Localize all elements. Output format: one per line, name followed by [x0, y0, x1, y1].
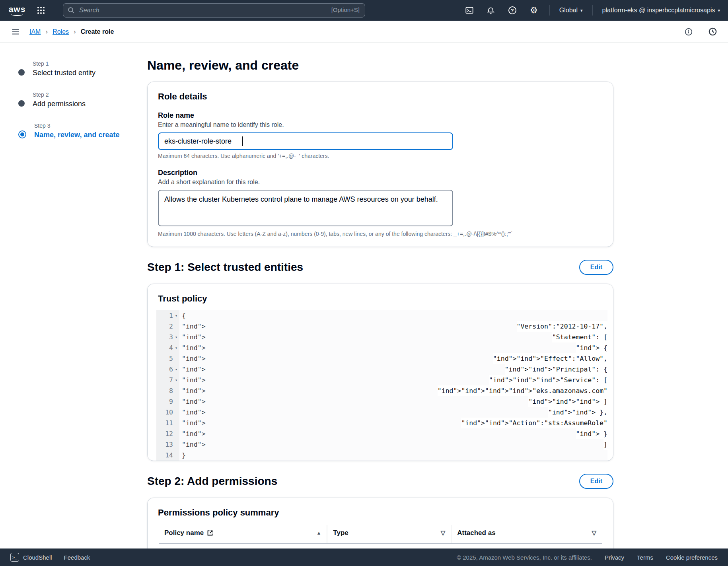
filter-icon[interactable]: ▽	[441, 529, 446, 537]
notifications-bell-icon[interactable]	[485, 4, 497, 16]
trust-policy-card: Trust policy 1 ▾ { 2 "ind"> "Version": "…	[147, 284, 613, 461]
fold-toggle-icon[interactable]: ▾	[173, 332, 179, 342]
cloudshell-terminal-icon: >_	[10, 553, 19, 562]
code-line: 10 "ind"> "ind"> "ind"> },	[156, 407, 607, 418]
line-number: 13	[156, 439, 173, 450]
menu-hamburger-icon[interactable]	[10, 26, 21, 38]
line-number: 1	[156, 310, 173, 321]
footer-link-privacy[interactable]: Privacy	[605, 554, 624, 561]
role-name-label: Role name	[158, 111, 603, 120]
fold-toggle-icon[interactable]: ▾	[173, 364, 179, 375]
step-bullet-icon	[18, 130, 26, 138]
caret-down-icon: ▾	[580, 8, 583, 13]
edit-trusted-entities-button[interactable]: Edit	[579, 260, 613, 275]
line-number: 11	[156, 418, 173, 428]
line-number: 2	[156, 321, 173, 332]
fold-toggle-icon[interactable]: ▾	[173, 310, 179, 321]
fold-toggle-icon[interactable]: ▾	[173, 342, 179, 353]
sort-ascending-icon[interactable]: ▲	[316, 530, 321, 536]
code-line: 11 "ind"> "ind"> "ind"> "Action": "sts:A…	[156, 418, 607, 428]
divider	[549, 5, 550, 16]
code-line: 8 "ind"> "ind"> "ind"> "ind"> "ind"> "ek…	[156, 385, 607, 396]
breadcrumb-separator-icon: ›	[74, 28, 76, 36]
account-menu[interactable]: platform-eks @ insperbccplatmicrosapis ▾	[602, 7, 720, 14]
step-number: Step 2	[33, 91, 86, 98]
external-link-icon	[207, 530, 213, 536]
aws-logo[interactable]: aws	[8, 5, 26, 16]
global-search: [Option+S]	[63, 3, 365, 18]
help-icon[interactable]: ?	[506, 4, 518, 16]
code-line: 6 ▾ "ind"> "ind"> "ind"> "Principal": {	[156, 364, 607, 375]
step-label: Add permissions	[33, 100, 86, 108]
breadcrumb-separator-icon: ›	[45, 28, 48, 36]
role-details-card: Role details Role name Enter a meaningfu…	[147, 82, 613, 247]
app-grid-icon[interactable]	[35, 4, 47, 16]
step-bullet-icon	[18, 69, 25, 76]
card-title: Role details	[158, 91, 603, 102]
cloudshell-terminal-icon[interactable]	[463, 4, 475, 16]
step-item-step-2[interactable]: Step 2 Add permissions	[18, 91, 147, 108]
wizard-steps-nav: Step 1 Select trusted entity Step 2 Add …	[0, 43, 147, 566]
aws-topbar: aws [Option+S]	[0, 0, 728, 21]
card-title: Trust policy	[158, 294, 603, 304]
code-line: 1 ▾ {	[156, 310, 607, 321]
text-caret	[242, 136, 243, 146]
column-header-attached-as[interactable]: Attached as▽	[451, 525, 602, 544]
line-number: 6	[156, 364, 173, 375]
code-line: 5 "ind"> "ind"> "ind"> "Effect": "Allow"…	[156, 353, 607, 364]
breadcrumb-item-create-role: Create role	[81, 28, 114, 35]
code-line: 14 }	[156, 450, 607, 461]
line-number: 12	[156, 428, 173, 439]
filter-icon[interactable]: ▽	[592, 529, 596, 537]
settings-gear-icon[interactable]: ⚙	[528, 4, 540, 16]
line-number: 3	[156, 332, 173, 342]
code-line: 7 ▾ "ind"> "ind"> "ind"> "ind"> "Service…	[156, 375, 607, 385]
trust-policy-code-editor[interactable]: 1 ▾ { 2 "ind"> "Version": "2012-10-17", …	[156, 310, 607, 461]
line-number: 10	[156, 407, 173, 418]
footer-link-terms[interactable]: Terms	[637, 554, 653, 561]
console-footer: >_ CloudShell Feedback © 2025, Amazon We…	[0, 548, 728, 566]
column-header-policy-name[interactable]: Policy name ▲	[159, 525, 327, 544]
code-line: 3 ▾ "ind"> "Statement": [	[156, 332, 607, 342]
code-line: 12 "ind"> "ind"> }	[156, 428, 607, 439]
card-title: Permissions policy summary	[158, 508, 603, 518]
description-label: Description	[158, 169, 603, 177]
info-icon[interactable]	[683, 26, 695, 38]
caret-down-icon: ▾	[718, 8, 720, 13]
page-title: Name, review, and create	[147, 58, 613, 73]
role-name-description: Enter a meaningful name to identify this…	[158, 121, 603, 128]
region-selector[interactable]: Global ▾	[559, 7, 583, 14]
breadcrumb-item-iam[interactable]: IAM	[29, 28, 41, 35]
step-label: Name, review, and create	[34, 131, 119, 139]
step-number: Step 1	[33, 60, 95, 67]
aws-smile-icon	[11, 12, 23, 16]
copyright-text: © 2025, Amazon Web Services, Inc. or its…	[457, 554, 592, 561]
step-item-step-3[interactable]: Step 3 Name, review, and create	[18, 123, 147, 139]
line-number: 8	[156, 385, 173, 396]
step1-section-title: Step 1: Select trusted entities	[147, 261, 303, 274]
breadcrumb-bar: IAM›Roles›Create role	[0, 21, 728, 43]
breadcrumb: IAM›Roles›Create role	[29, 28, 114, 36]
step-bullet-icon	[18, 100, 25, 107]
cloudshell-button[interactable]: >_ CloudShell	[10, 553, 52, 562]
role-name-input[interactable]	[158, 132, 453, 150]
line-number: 14	[156, 450, 173, 461]
code-line: 2 "ind"> "Version": "2012-10-17",	[156, 321, 607, 332]
code-line: 9 "ind"> "ind"> "ind"> "ind"> ]	[156, 396, 607, 407]
description-textarea[interactable]: Allows the cluster Kubernetes control pl…	[158, 190, 453, 226]
edit-permissions-button[interactable]: Edit	[579, 474, 613, 489]
line-number: 4	[156, 342, 173, 353]
feedback-link[interactable]: Feedback	[64, 554, 90, 561]
history-icon[interactable]	[707, 26, 718, 38]
breadcrumb-item-roles[interactable]: Roles	[53, 28, 69, 35]
column-header-type[interactable]: Type▽	[327, 525, 451, 544]
line-number: 5	[156, 353, 173, 364]
fold-toggle-icon[interactable]: ▾	[173, 375, 179, 385]
step-item-step-1[interactable]: Step 1 Select trusted entity	[18, 60, 147, 77]
line-number: 7	[156, 375, 173, 385]
search-input[interactable]	[63, 3, 365, 18]
footer-link-cookie-preferences[interactable]: Cookie preferences	[666, 554, 718, 561]
description-description: Add a short explanation for this role.	[158, 179, 603, 186]
main-content: Name, review, and create Role details Ro…	[147, 43, 613, 566]
keyboard-shortcut-hint: [Option+S]	[331, 6, 360, 13]
